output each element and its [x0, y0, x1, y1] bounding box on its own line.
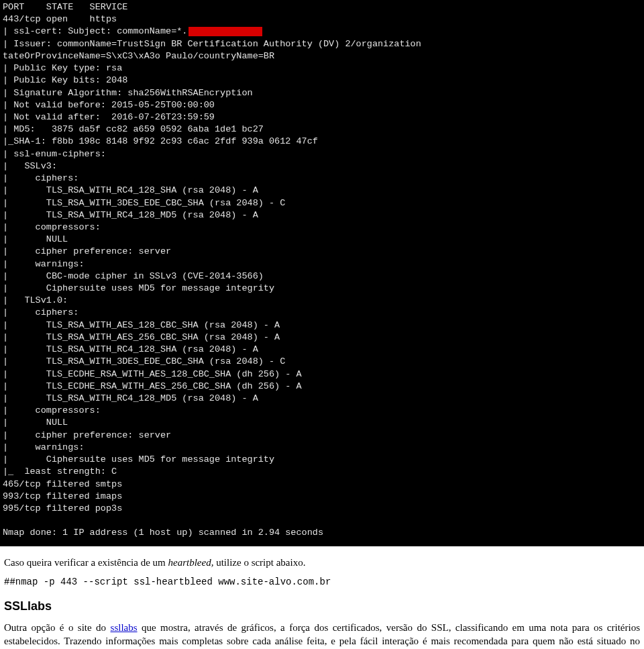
- terminal-line: PORT STATE SERVICE: [3, 1, 641, 13]
- terminal-line: | ciphers:: [3, 172, 641, 185]
- terminal-line: | ssl-enum-ciphers:: [3, 148, 641, 160]
- terminal-line: | ssl-cert: Subject: commonName=*.: [3, 26, 641, 38]
- terminal-line: | TLS_ECDHE_RSA_WITH_AES_128_CBC_SHA (dh…: [3, 368, 641, 381]
- terminal-line: | NULL: [3, 234, 641, 246]
- terminal-line: | TLS_RSA_WITH_RC4_128_MD5 (rsa 2048) - …: [3, 209, 641, 221]
- terminal-line: | SSLv3:: [3, 160, 641, 172]
- intro-suffix: utilize o script abaixo.: [213, 557, 305, 568]
- terminal-line: | Ciphersuite uses MD5 for message integ…: [3, 454, 641, 466]
- terminal-line: | Not valid before: 2015-05-25T00:00:00: [3, 99, 641, 111]
- intro-paragraph: Caso queira verificar a existência de um…: [4, 556, 640, 569]
- terminal-line: tateOrProvinceName=S\xC3\xA3o Paulo/coun…: [3, 50, 641, 62]
- terminal-line: 465/tcp filtered smtps: [3, 479, 641, 491]
- terminal-line: | ciphers:: [3, 307, 641, 319]
- terminal-line: | TLS_RSA_WITH_3DES_EDE_CBC_SHA (rsa 204…: [3, 356, 641, 368]
- terminal-line: | warnings:: [3, 442, 641, 454]
- ssllabs-link[interactable]: ssllabs: [111, 622, 138, 633]
- terminal-output: PORT STATE SERVICE443/tcp open https| ss…: [0, 0, 644, 546]
- terminal-line: |_ least strength: C: [3, 466, 641, 478]
- terminal-line: Nmap done: 1 IP address (1 host up) scan…: [3, 527, 641, 539]
- terminal-line: | Not valid after: 2016-07-26T23:59:59: [3, 111, 641, 123]
- ssllabs-heading: SSLlabs: [4, 598, 640, 614]
- terminal-line: | cipher preference: server: [3, 430, 641, 442]
- terminal-line: |_SHA-1: f8bb 198c 8148 9f92 2c93 c6ac 2…: [3, 136, 641, 148]
- terminal-line: | TLSv1.0:: [3, 295, 641, 307]
- intro-italic: heartbleed,: [168, 557, 213, 568]
- terminal-line: | TLS_RSA_WITH_RC4_128_SHA (rsa 2048) - …: [3, 185, 641, 197]
- terminal-line: | Public Key type: rsa: [3, 62, 641, 74]
- terminal-line: 443/tcp open https: [3, 13, 641, 26]
- terminal-line: 993/tcp filtered imaps: [3, 491, 641, 503]
- article-body: Caso queira verificar a existência de um…: [0, 546, 644, 649]
- terminal-line: | compressors:: [3, 405, 641, 417]
- terminal-line: | TLS_RSA_WITH_RC4_128_SHA (rsa 2048) - …: [3, 344, 641, 356]
- terminal-line: | Signature Algorithm: sha256WithRSAEncr…: [3, 87, 641, 99]
- nmap-command: ##nmap -p 443 --script ssl-heartbleed ww…: [4, 576, 640, 589]
- terminal-line: | NULL: [3, 417, 641, 429]
- terminal-line: | Issuer: commonName=TrustSign BR Certif…: [3, 38, 641, 50]
- terminal-line: | CBC-mode cipher in SSLv3 (CVE-2014-356…: [3, 270, 641, 283]
- terminal-line: | compressors:: [3, 221, 641, 234]
- redacted-block: [189, 27, 262, 36]
- terminal-line: | TLS_ECDHE_RSA_WITH_AES_256_CBC_SHA (dh…: [3, 381, 641, 393]
- terminal-line: | TLS_RSA_WITH_3DES_EDE_CBC_SHA (rsa 204…: [3, 197, 641, 209]
- terminal-line: | Ciphersuite uses MD5 for message integ…: [3, 283, 641, 295]
- intro-prefix: Caso queira verificar a existência de um: [4, 557, 168, 568]
- terminal-line: 995/tcp filtered pop3s: [3, 503, 641, 515]
- terminal-line: [3, 515, 641, 527]
- terminal-line: | warnings:: [3, 258, 641, 270]
- terminal-line: | MD5: 3875 da5f cc82 a659 0592 6aba 1de…: [3, 123, 641, 136]
- body-prefix: Outra opção é o site do: [4, 622, 111, 633]
- terminal-line: | cipher preference: server: [3, 246, 641, 258]
- terminal-line: | Public Key bits: 2048: [3, 74, 641, 87]
- terminal-line: | TLS_RSA_WITH_RC4_128_MD5 (rsa 2048) - …: [3, 393, 641, 405]
- terminal-line: | TLS_RSA_WITH_AES_256_CBC_SHA (rsa 2048…: [3, 332, 641, 344]
- terminal-line: | TLS_RSA_WITH_AES_128_CBC_SHA (rsa 2048…: [3, 319, 641, 332]
- ssllabs-paragraph: Outra opção é o site do ssllabs que most…: [4, 621, 640, 649]
